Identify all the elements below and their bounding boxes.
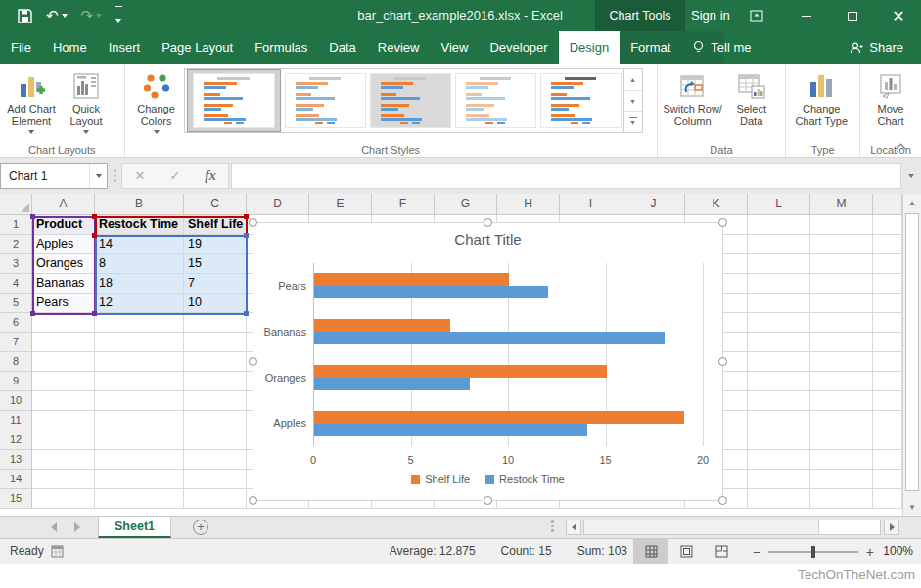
add-chart-element-button[interactable]: Add Chart Element — [4, 67, 59, 134]
range-handle[interactable] — [92, 233, 97, 238]
grid-cell[interactable]: 10 — [184, 294, 247, 313]
grid-cell[interactable]: Oranges — [32, 254, 95, 274]
grid-cell[interactable] — [184, 489, 247, 509]
grid-cell[interactable] — [873, 372, 902, 391]
grid-cell[interactable] — [184, 450, 247, 470]
grid-cell[interactable] — [810, 274, 873, 294]
grid-cell[interactable] — [810, 235, 873, 254]
column-header[interactable]: J — [622, 194, 685, 215]
grid-cell[interactable]: 18 — [95, 274, 184, 294]
switch-row-column-button[interactable]: Switch Row/ Column — [662, 67, 724, 128]
status-average[interactable]: Average: 12.875 — [390, 539, 476, 564]
grid-cell[interactable] — [184, 352, 247, 372]
sheet-tab-sheet1[interactable]: Sheet1 — [98, 517, 171, 538]
chart-bar-restock-time[interactable] — [314, 424, 587, 436]
row-header[interactable]: 5 — [0, 294, 32, 313]
select-data-button[interactable]: Select Data — [724, 67, 779, 128]
chart-title[interactable]: Chart Title — [253, 231, 722, 248]
row-header[interactable]: 13 — [0, 450, 32, 470]
formula-bar-splitter[interactable] — [108, 169, 121, 182]
expand-formula-bar-icon[interactable] — [901, 174, 921, 178]
chart-bar-restock-time[interactable] — [314, 378, 470, 390]
selection-handle[interactable] — [249, 218, 257, 227]
grid-cell[interactable] — [873, 430, 902, 450]
grid-cell[interactable]: 14 — [95, 235, 184, 254]
column-header[interactable]: H — [497, 194, 560, 215]
grid-cell[interactable] — [873, 450, 902, 470]
quick-layout-button[interactable]: Quick Layout — [59, 67, 114, 134]
vertical-scroll-thumb[interactable] — [905, 213, 919, 491]
grid-cell[interactable] — [873, 352, 902, 372]
range-handle[interactable] — [92, 214, 97, 219]
chart-style-thumbnail[interactable] — [370, 73, 451, 128]
grid-cell[interactable] — [748, 430, 810, 450]
grid-cell[interactable] — [184, 430, 247, 450]
share-button[interactable]: Share — [842, 31, 911, 64]
grid-cell[interactable] — [810, 489, 873, 509]
status-count[interactable]: Count: 15 — [501, 539, 552, 564]
column-header[interactable]: L — [748, 194, 810, 215]
grid-cell[interactable] — [873, 215, 902, 235]
change-colors-button[interactable]: Change Colors — [129, 67, 184, 134]
grid-cell[interactable] — [748, 489, 810, 509]
row-header[interactable]: 11 — [0, 411, 32, 430]
tab-file[interactable]: File — [0, 31, 42, 64]
grid-cell[interactable] — [32, 372, 95, 391]
grid-cell[interactable] — [32, 391, 95, 411]
grid-cell[interactable] — [32, 470, 95, 489]
hscroll-right-icon[interactable] — [884, 520, 899, 535]
sheet-nav-right-icon[interactable] — [74, 522, 80, 532]
horizontal-scroll-thumb[interactable] — [584, 520, 819, 534]
grid-cell[interactable] — [184, 391, 247, 411]
grid-cell[interactable] — [95, 391, 184, 411]
grid-cell[interactable] — [748, 235, 810, 254]
selection-handle[interactable] — [718, 357, 727, 366]
grid-cell[interactable]: Shelf Life — [184, 215, 247, 235]
selection-handle[interactable] — [249, 357, 257, 366]
hscroll-left-icon[interactable] — [566, 520, 581, 535]
grid-cell[interactable] — [95, 313, 184, 333]
customize-qat-icon[interactable] — [115, 6, 122, 26]
grid-cell[interactable] — [184, 333, 247, 352]
selection-handle[interactable] — [249, 496, 257, 505]
grid-cell[interactable]: Bananas — [32, 274, 95, 294]
tab-developer[interactable]: Developer — [479, 31, 558, 64]
minimize-button[interactable] — [790, 0, 823, 31]
chart-bar-shelf-life[interactable] — [314, 319, 450, 332]
gallery-scroll-down-icon[interactable]: ▼ — [624, 91, 642, 113]
status-sum[interactable]: Sum: 103 — [577, 539, 627, 564]
undo-dropdown-icon[interactable] — [62, 14, 68, 18]
chart-bar-restock-time[interactable] — [314, 332, 665, 344]
ribbon-display-options-icon[interactable] — [740, 0, 773, 31]
grid-cell[interactable]: 12 — [95, 294, 184, 313]
vertical-scrollbar[interactable]: ▲ ▼ — [902, 194, 921, 516]
zoom-out-icon[interactable]: − — [753, 544, 760, 560]
grid-cell[interactable] — [873, 235, 902, 254]
grid-cell[interactable] — [184, 470, 247, 489]
grid-cell[interactable]: Pears — [32, 294, 95, 313]
column-header[interactable] — [873, 194, 902, 215]
macro-record-icon[interactable] — [51, 545, 65, 561]
selection-handle[interactable] — [484, 218, 492, 227]
sheet-nav-left-icon[interactable] — [51, 522, 57, 532]
chart-bar-restock-time[interactable] — [314, 286, 548, 298]
sign-in-button[interactable]: Sign in — [691, 0, 730, 31]
grid-cell[interactable] — [748, 411, 810, 430]
chart-bar-shelf-life[interactable] — [314, 273, 509, 286]
grid-cell[interactable] — [748, 391, 810, 411]
row-header[interactable]: 4 — [0, 274, 32, 294]
grid-cell[interactable] — [95, 450, 184, 470]
legend-item[interactable]: Shelf Life — [411, 474, 470, 485]
normal-view-icon[interactable] — [633, 539, 668, 564]
grid-cell[interactable] — [748, 372, 810, 391]
zoom-level[interactable]: 100% — [883, 539, 913, 564]
range-handle[interactable] — [244, 214, 249, 219]
selection-handle[interactable] — [718, 218, 727, 227]
zoom-in-icon[interactable]: + — [866, 544, 874, 560]
grid-cell[interactable] — [810, 391, 873, 411]
grid-cell[interactable] — [32, 333, 95, 352]
grid-cell[interactable]: Apples — [32, 235, 95, 254]
chart-category-label[interactable]: Oranges — [259, 355, 306, 401]
grid-cell[interactable]: 8 — [95, 254, 184, 274]
grid-cell[interactable]: 15 — [184, 254, 247, 274]
